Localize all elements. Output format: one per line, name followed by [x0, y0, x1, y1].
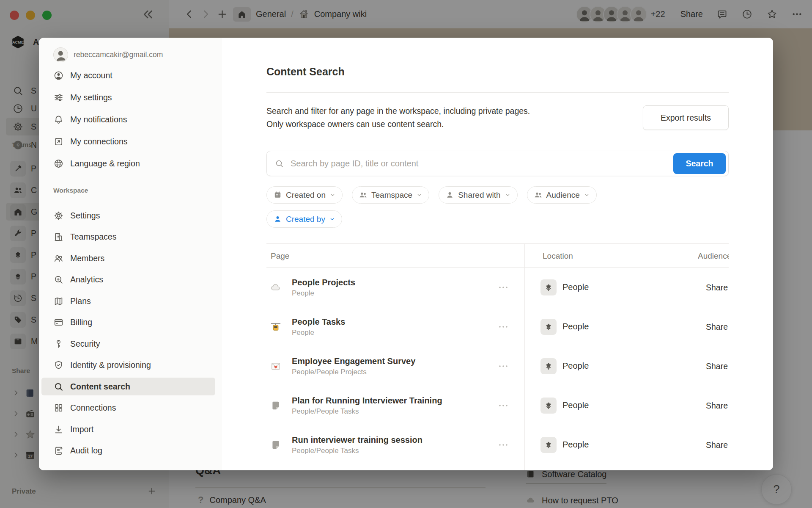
table-row[interactable]: Run interviewer training session People/…	[266, 425, 729, 464]
filter-created-by[interactable]: Created by	[266, 210, 342, 228]
table-header: Page Location Audience	[266, 243, 729, 268]
filter-chips-row: Created on Teamspace Shared with Audienc…	[266, 186, 597, 204]
nav-item-connections[interactable]: Connections	[41, 399, 215, 417]
account-email-row: rebeccamcakir@gmail.com	[53, 47, 163, 62]
building-icon	[53, 232, 64, 242]
location-name[interactable]: People	[562, 440, 589, 450]
nav-item-my-settings[interactable]: My settings	[41, 88, 215, 106]
settings-nav: rebeccamcakir@gmail.com My account My se…	[39, 38, 222, 470]
page-path: People/People Tasks	[292, 446, 422, 455]
row-actions-icon[interactable]	[496, 440, 511, 450]
page-title-link[interactable]: Employee Engagement Survey	[292, 356, 415, 366]
person-circle-icon	[53, 70, 64, 81]
nav-item-language-region[interactable]: Language & region	[41, 155, 215, 172]
chevron-down-icon	[329, 216, 335, 222]
audience-value: Share	[706, 282, 728, 292]
title-divider	[266, 92, 729, 93]
sliders-icon	[53, 92, 64, 103]
page-path: People/People Projects	[292, 367, 415, 376]
arrow-up-right-square-icon	[53, 136, 64, 147]
location-name[interactable]: People	[562, 322, 589, 331]
location-name[interactable]: People	[562, 282, 589, 292]
teamspace-flower-icon	[540, 437, 557, 453]
search-icon	[274, 159, 284, 168]
audience-value: Share	[706, 361, 728, 371]
magnifier-plus-icon	[53, 274, 64, 285]
table-row[interactable]: Employee Engagement Survey People/People…	[266, 346, 729, 386]
nav-item-plans[interactable]: Plans	[41, 292, 215, 310]
audience-value: Share	[706, 400, 728, 410]
workspace-section-label: Workspace	[53, 187, 88, 194]
notion-window: General / Company wiki +22 Share	[0, 0, 812, 508]
row-actions-icon[interactable]	[496, 361, 511, 371]
grid-icon	[53, 403, 64, 413]
filter-shared-with[interactable]: Shared with	[439, 186, 517, 204]
export-results-button[interactable]: Export results	[643, 105, 729, 130]
people-icon	[359, 190, 368, 199]
nav-item-audit-log[interactable]: Audit log	[41, 442, 215, 459]
download-arrow-icon	[53, 424, 64, 435]
search-button[interactable]: Search	[673, 153, 726, 174]
key-icon	[53, 339, 64, 349]
nav-item-analytics[interactable]: Analytics	[41, 271, 215, 288]
scroll-icon	[53, 445, 64, 456]
search-input[interactable]	[290, 158, 673, 169]
nav-item-identity-provisioning[interactable]: Identity & provisioning	[41, 356, 215, 374]
chevron-down-icon	[416, 192, 422, 198]
row-actions-icon[interactable]	[496, 322, 511, 332]
column-header-location[interactable]: Location	[543, 244, 573, 268]
content-search-bar: Search	[266, 151, 729, 176]
teamspace-flower-icon	[540, 319, 557, 335]
content-search-panel: Content Search Search and filter for any…	[222, 38, 773, 470]
column-header-page[interactable]: Page	[271, 244, 289, 268]
table-row[interactable]: People Projects People People Share	[266, 268, 729, 307]
bell-icon	[53, 114, 64, 125]
nav-item-my-connections[interactable]: My connections	[41, 133, 215, 150]
nav-item-import[interactable]: Import	[41, 420, 215, 438]
description: Search and filter for any page in the wo…	[266, 105, 530, 131]
column-header-audience[interactable]: Audience	[698, 244, 729, 268]
page-title: Content Search	[266, 66, 345, 78]
nav-item-security[interactable]: Security	[41, 335, 215, 353]
search-icon	[53, 381, 64, 392]
filter-chips-row-2: Created by	[266, 210, 342, 228]
page-title-link[interactable]: Run interviewer training session	[292, 435, 422, 444]
page-title-link[interactable]: People Tasks	[292, 317, 345, 326]
row-actions-icon[interactable]	[496, 400, 511, 411]
settings-modal: rebeccamcakir@gmail.com My account My se…	[39, 38, 773, 470]
filter-created-on[interactable]: Created on	[266, 186, 343, 204]
audience-value: Share	[706, 322, 728, 331]
chevron-down-icon	[505, 192, 511, 198]
page-title-link[interactable]: Plan for Running Interviewer Training	[292, 395, 442, 405]
teamspace-flower-icon	[540, 358, 557, 374]
cloud-emoji-icon	[270, 282, 282, 293]
filter-audience[interactable]: Audience	[527, 186, 597, 204]
location-name[interactable]: People	[562, 361, 589, 371]
filter-teamspace[interactable]: Teamspace	[352, 186, 429, 204]
nav-item-billing[interactable]: Billing	[41, 313, 215, 331]
row-actions-icon[interactable]	[496, 282, 511, 293]
nav-item-my-account[interactable]: My account	[41, 66, 215, 84]
chevron-down-icon	[584, 192, 590, 198]
credit-card-icon	[53, 317, 64, 328]
nav-item-content-search[interactable]: Content search	[41, 378, 215, 395]
nav-item-members[interactable]: Members	[41, 249, 215, 267]
aerial-tramway-emoji-icon	[270, 321, 282, 333]
calendar-icon	[273, 190, 282, 199]
page-path: People	[292, 289, 355, 297]
page-path: People/People Tasks	[292, 407, 442, 415]
person-icon	[273, 215, 282, 224]
location-name[interactable]: People	[562, 400, 589, 410]
nav-item-teamspaces[interactable]: Teamspaces	[41, 228, 215, 246]
page-doc-icon	[270, 400, 282, 411]
gear-icon	[53, 210, 64, 221]
chevron-down-icon	[329, 192, 336, 198]
page-title-link[interactable]: People Projects	[292, 277, 355, 287]
results-table: Page Location Audience People Projects P…	[266, 243, 729, 470]
nav-item-settings[interactable]: Settings	[41, 207, 215, 224]
nav-item-my-notifications[interactable]: My notifications	[41, 110, 215, 128]
table-row[interactable]: Plan for Running Interviewer Training Pe…	[266, 386, 729, 425]
shield-check-icon	[53, 360, 64, 370]
table-row[interactable]: People Tasks People People Share	[266, 307, 729, 346]
people-icon	[534, 190, 543, 199]
